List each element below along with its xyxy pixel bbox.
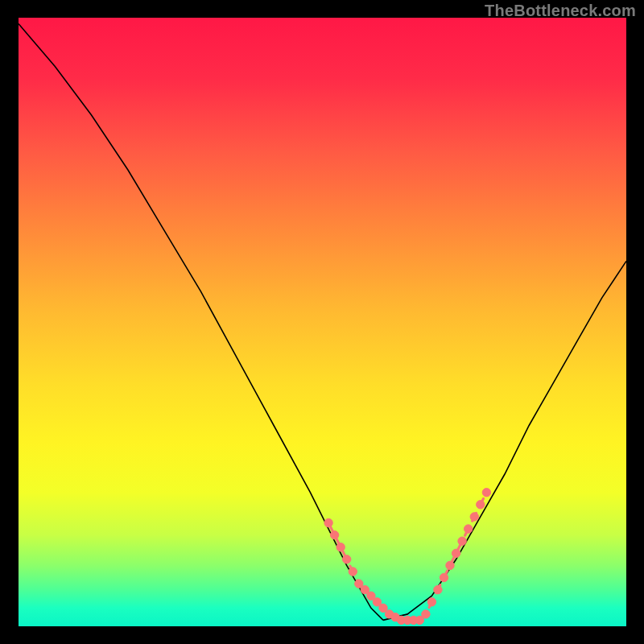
chart-frame: TheBottleneck.com bbox=[0, 0, 644, 644]
watermark-label: TheBottleneck.com bbox=[485, 2, 636, 20]
plot-background bbox=[19, 18, 626, 626]
